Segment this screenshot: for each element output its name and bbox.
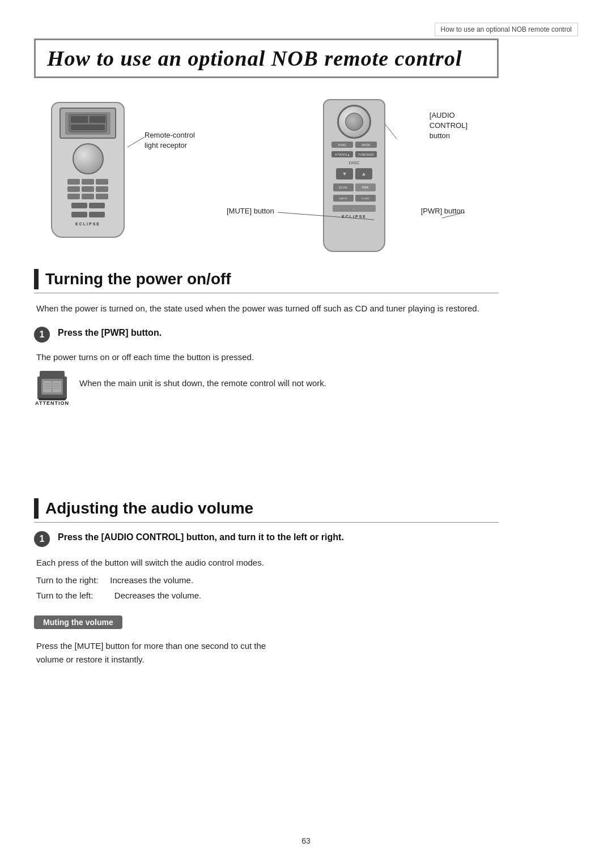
remote-right-brand: ECLIPSE bbox=[342, 215, 367, 219]
diagram-area: ECLIPSE Remote-control light receptor BA… bbox=[34, 96, 499, 260]
power-step1: 1 Press the [PWR] button. bbox=[34, 326, 499, 343]
remote-left-btn-row2 bbox=[71, 212, 105, 217]
seek-btn: TUNE/SEEK bbox=[355, 151, 377, 157]
main-title-banner: How to use an optional NOB remote contro… bbox=[34, 39, 499, 78]
remote-right-device: BAND MODE ▼TRACK▲ TUNE/SEEK DISC ▼ ▲ ECO… bbox=[323, 99, 385, 252]
page-wrapper: How to use an optional NOB remote contro… bbox=[0, 0, 612, 868]
btn bbox=[71, 212, 87, 217]
btn bbox=[67, 194, 80, 199]
label-mute-button: [MUTE] button bbox=[227, 207, 274, 215]
remote-left-device: ECLIPSE bbox=[51, 102, 125, 238]
attention-box: ATTENTION When the main unit is shut dow… bbox=[34, 372, 499, 406]
page-number: 63 bbox=[301, 836, 311, 845]
btn bbox=[96, 194, 108, 199]
btn bbox=[89, 203, 105, 208]
section-audio-title: Adjusting the audio volume bbox=[34, 498, 499, 523]
section-audio-heading: Adjusting the audio volume bbox=[45, 499, 253, 518]
disc-up-btn: ▲ bbox=[355, 168, 372, 179]
label-remote-control: Remote-control light receptor bbox=[144, 130, 195, 151]
svg-line-5 bbox=[385, 125, 397, 139]
btn bbox=[82, 194, 94, 199]
pwr-btn: PWR bbox=[355, 183, 376, 191]
remote-left-btn-grid bbox=[67, 179, 108, 199]
muting-badge: Muting the volume bbox=[34, 615, 122, 629]
book-icon bbox=[37, 377, 67, 399]
extra-btn-row: — bbox=[333, 205, 376, 212]
section-power: Turning the power on/off When the power … bbox=[34, 269, 499, 416]
btn bbox=[89, 212, 105, 217]
power-intro: When the power is turned on, the state u… bbox=[34, 301, 499, 316]
attention-label: ATTENTION bbox=[35, 400, 69, 406]
label-audio-control: [AUDIO CONTROL] button bbox=[430, 110, 468, 142]
breadcrumb: How to use an optional NOB remote contro… bbox=[435, 23, 578, 36]
remote-left-brand: ECLIPSE bbox=[75, 222, 100, 226]
section-power-title: Turning the power on/off bbox=[34, 269, 499, 293]
volume-line3-val: Decreases the volume. bbox=[114, 591, 201, 600]
disc-label: DISC bbox=[348, 160, 359, 165]
disc-down-btn: ▼ bbox=[336, 168, 353, 179]
btn bbox=[82, 186, 94, 192]
band-btn: BAND bbox=[332, 142, 353, 148]
step-text-pwr: Press the [PWR] button. bbox=[58, 326, 162, 340]
step-number-1: 1 bbox=[34, 327, 50, 343]
step-text-audio: Press the [AUDIO CONTROL] button, and tu… bbox=[58, 531, 344, 544]
volume-line2-row: Turn to the right: Increases the volume. bbox=[36, 572, 499, 588]
svg-rect-3 bbox=[71, 125, 105, 130]
audio-control-knob bbox=[337, 105, 371, 139]
step-number-audio-1: 1 bbox=[34, 531, 50, 547]
volume-line2-val: Increases the volume. bbox=[110, 575, 193, 585]
remote-screen-inner bbox=[65, 112, 110, 135]
volume-line1: Each press of the button will switch the… bbox=[36, 555, 499, 570]
attention-icon-area: ATTENTION bbox=[34, 372, 70, 406]
section-bar bbox=[34, 269, 39, 289]
svg-line-4 bbox=[128, 137, 144, 147]
power-step-sub: The power turns on or off each time the … bbox=[34, 350, 499, 364]
main-title: How to use an optional NOB remote contro… bbox=[47, 46, 486, 71]
mode-btn: MODE bbox=[355, 142, 377, 148]
btn bbox=[96, 179, 108, 185]
illum-btn: ILLUMI bbox=[355, 195, 376, 202]
audio-step1: 1 Press the [AUDIO CONTROL] button, and … bbox=[34, 531, 499, 547]
volume-line3-label: Turn to the left: bbox=[36, 591, 93, 600]
btn bbox=[67, 179, 80, 185]
muting-text: Press the [MUTE] button for more than on… bbox=[34, 639, 499, 666]
section-bar-audio bbox=[34, 498, 39, 519]
label-pwr-button: [PWR] button bbox=[421, 207, 465, 215]
track-btn: ▼TRACK▲ bbox=[332, 151, 353, 157]
svg-rect-2 bbox=[90, 116, 105, 123]
section-power-heading: Turning the power on/off bbox=[45, 270, 231, 288]
volume-info: Each press of the button will switch the… bbox=[34, 555, 499, 603]
disc-btns: ▼ ▲ bbox=[336, 168, 372, 179]
remote-right-btn-row1: BAND MODE bbox=[332, 142, 377, 148]
remote-left-btn-row bbox=[71, 203, 105, 208]
track-seek-row: ▼TRACK▲ TUNE/SEEK bbox=[332, 151, 377, 157]
volume-line3-row: Turn to the left: Decreases the volume. bbox=[36, 588, 499, 603]
btn bbox=[96, 186, 108, 192]
remote-screen bbox=[60, 108, 116, 139]
attention-text: When the main unit is shut down, the rem… bbox=[79, 372, 326, 390]
section-audio: Adjusting the audio volume 1 Press the [… bbox=[34, 498, 499, 674]
remote-left-knob bbox=[73, 143, 104, 174]
mute-illum-row: 1sMUTE ILLUMI bbox=[333, 195, 376, 202]
econ-btn: ECON bbox=[333, 183, 354, 191]
btn bbox=[67, 186, 80, 192]
extra-btn: — bbox=[333, 205, 376, 212]
btn bbox=[82, 179, 94, 185]
volume-line2-label: Turn to the right: bbox=[36, 575, 99, 585]
svg-rect-1 bbox=[71, 116, 88, 123]
mute-btn: 1sMUTE bbox=[333, 195, 354, 202]
bottom-btns: ECON PWR bbox=[333, 183, 376, 191]
btn bbox=[71, 203, 87, 208]
